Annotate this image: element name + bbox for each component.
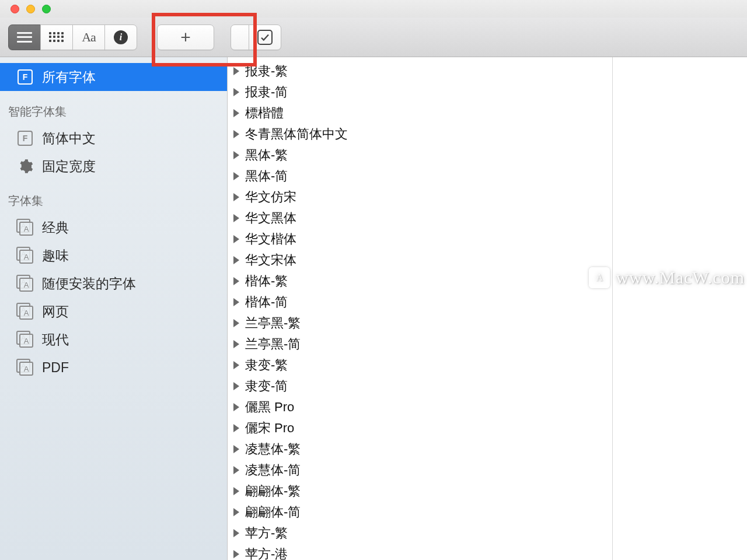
font-family-name: 苹方-港	[245, 545, 288, 560]
sidebar-item-collection[interactable]: AA趣味	[0, 242, 227, 270]
font-family-row[interactable]: 儷宋 Pro	[228, 418, 612, 439]
sidebar-item-all-fonts[interactable]: F 所有字体	[0, 63, 227, 91]
font-family-row[interactable]: 报隶-简	[228, 82, 612, 103]
sidebar-toggle-button[interactable]	[8, 24, 41, 50]
font-family-name: 报隶-简	[245, 83, 288, 101]
sidebar-item-fixed-width[interactable]: 固定宽度	[0, 152, 227, 180]
font-family-name: 凌慧体-简	[245, 461, 301, 479]
sidebar-item-collection[interactable]: AA网页	[0, 298, 227, 326]
all-fonts-icon: F	[16, 68, 34, 86]
main-area: F 所有字体 智能字体集 F 简体中文 固定宽度 字体集 AA经典AA趣味AA随…	[0, 57, 747, 560]
font-family-row[interactable]: 隶变-繁	[228, 355, 612, 376]
disclosure-triangle-icon[interactable]	[233, 319, 239, 327]
disclosure-triangle-icon[interactable]	[233, 109, 239, 117]
disclosure-triangle-icon[interactable]	[233, 88, 239, 96]
add-fonts-button[interactable]: +	[157, 24, 214, 50]
watermark: A www.MacW.com	[589, 267, 747, 288]
disclosure-triangle-icon[interactable]	[233, 424, 239, 432]
disclosure-triangle-icon[interactable]	[233, 550, 239, 558]
disclosure-triangle-icon[interactable]	[233, 172, 239, 180]
font-family-row[interactable]: 苹方-繁	[228, 523, 612, 544]
disclosure-triangle-icon[interactable]	[233, 508, 239, 516]
disclosure-triangle-icon[interactable]	[233, 256, 239, 264]
sidebar-item-collection[interactable]: AA经典	[0, 214, 227, 242]
disclosure-triangle-icon[interactable]	[233, 214, 239, 222]
sidebar-item-label: 固定宽度	[42, 158, 96, 176]
font-family-row[interactable]: 儷黑 Pro	[228, 397, 612, 418]
font-family-row[interactable]: 兰亭黑-简	[228, 334, 612, 355]
font-family-row[interactable]: 隶变-简	[228, 376, 612, 397]
font-family-name: 翩翩体-简	[245, 503, 301, 521]
disclosure-triangle-icon[interactable]	[233, 298, 239, 306]
checkmark-icon	[257, 30, 273, 45]
sidebar-item-label: 趣味	[42, 247, 69, 265]
preview-pane	[613, 57, 747, 560]
font-family-name: 隶变-繁	[245, 356, 288, 374]
window-zoom-button[interactable]	[42, 5, 51, 13]
validate-segment	[231, 24, 281, 50]
disclosure-triangle-icon[interactable]	[233, 235, 239, 243]
font-family-row[interactable]: 楷体-简	[228, 292, 612, 313]
font-family-name: 黑体-简	[245, 167, 288, 185]
collection-icon: AA	[16, 359, 34, 376]
font-family-name: 华文楷体	[245, 230, 296, 248]
sidebar-item-label: 经典	[42, 219, 69, 237]
font-family-row[interactable]: 標楷體	[228, 103, 612, 124]
font-family-row[interactable]: 华文宋体	[228, 250, 612, 271]
window-minimize-button[interactable]	[26, 5, 35, 13]
disclosure-triangle-icon[interactable]	[233, 403, 239, 411]
font-family-name: 华文宋体	[245, 251, 296, 269]
validate-fonts-button[interactable]	[249, 24, 281, 50]
sidebar-item-label: 随便安装的字体	[42, 275, 136, 293]
validate-extra-button[interactable]	[231, 24, 249, 50]
font-family-row[interactable]: 华文楷体	[228, 229, 612, 250]
font-family-row[interactable]: 凌慧体-繁	[228, 439, 612, 460]
font-family-row[interactable]: 兰亭黑-繁	[228, 313, 612, 334]
font-list[interactable]: 报隶-繁报隶-简標楷體冬青黑体简体中文黑体-繁黑体-简华文仿宋华文黑体华文楷体华…	[228, 57, 613, 560]
font-family-row[interactable]: 苹方-港	[228, 544, 612, 560]
collection-icon: AA	[16, 219, 34, 236]
disclosure-triangle-icon[interactable]	[233, 529, 239, 537]
disclosure-triangle-icon[interactable]	[233, 361, 239, 369]
sample-view-button[interactable]: Aa	[72, 24, 105, 50]
font-family-row[interactable]: 华文仿宋	[228, 187, 612, 208]
info-icon: i	[114, 30, 128, 44]
font-family-row[interactable]: 翩翩体-繁	[228, 481, 612, 502]
font-family-name: 兰亭黑-繁	[245, 314, 301, 332]
font-family-row[interactable]: 翩翩体-简	[228, 502, 612, 523]
window-close-button[interactable]	[11, 5, 19, 13]
info-button[interactable]: i	[104, 24, 137, 50]
font-family-row[interactable]: 华文黑体	[228, 208, 612, 229]
sidebar-item-collection[interactable]: AAPDF	[0, 354, 227, 382]
sidebar-item-simplified-chinese[interactable]: F 简体中文	[0, 124, 227, 152]
font-family-name: 苹方-繁	[245, 524, 288, 542]
disclosure-triangle-icon[interactable]	[233, 487, 239, 495]
disclosure-triangle-icon[interactable]	[233, 445, 239, 453]
disclosure-triangle-icon[interactable]	[233, 67, 239, 75]
font-family-row[interactable]: 凌慧体-简	[228, 460, 612, 481]
font-family-row[interactable]: 黑体-繁	[228, 145, 612, 166]
font-family-name: 报隶-繁	[245, 62, 288, 80]
font-family-name: 標楷體	[245, 104, 284, 122]
disclosure-triangle-icon[interactable]	[233, 151, 239, 159]
grid-view-button[interactable]	[40, 24, 73, 50]
disclosure-triangle-icon[interactable]	[233, 277, 239, 285]
font-family-row[interactable]: 楷体-繁	[228, 271, 612, 292]
font-family-name: 华文仿宋	[245, 188, 296, 206]
disclosure-triangle-icon[interactable]	[233, 382, 239, 390]
font-family-name: 儷黑 Pro	[245, 398, 294, 416]
disclosure-triangle-icon[interactable]	[233, 340, 239, 348]
sidebar-item-collection[interactable]: AA现代	[0, 326, 227, 354]
disclosure-triangle-icon[interactable]	[233, 193, 239, 201]
font-family-row[interactable]: 报隶-繁	[228, 61, 612, 82]
sidebar-item-collection[interactable]: AA随便安装的字体	[0, 270, 227, 298]
font-family-name: 翩翩体-繁	[245, 482, 301, 500]
font-family-row[interactable]: 冬青黑体简体中文	[228, 124, 612, 145]
sample-icon: Aa	[82, 30, 96, 45]
font-family-row[interactable]: 黑体-简	[228, 166, 612, 187]
disclosure-triangle-icon[interactable]	[233, 466, 239, 474]
hamburger-icon	[17, 32, 32, 43]
gear-icon	[16, 158, 34, 175]
disclosure-triangle-icon[interactable]	[233, 130, 239, 138]
collection-icon: AA	[16, 303, 34, 320]
